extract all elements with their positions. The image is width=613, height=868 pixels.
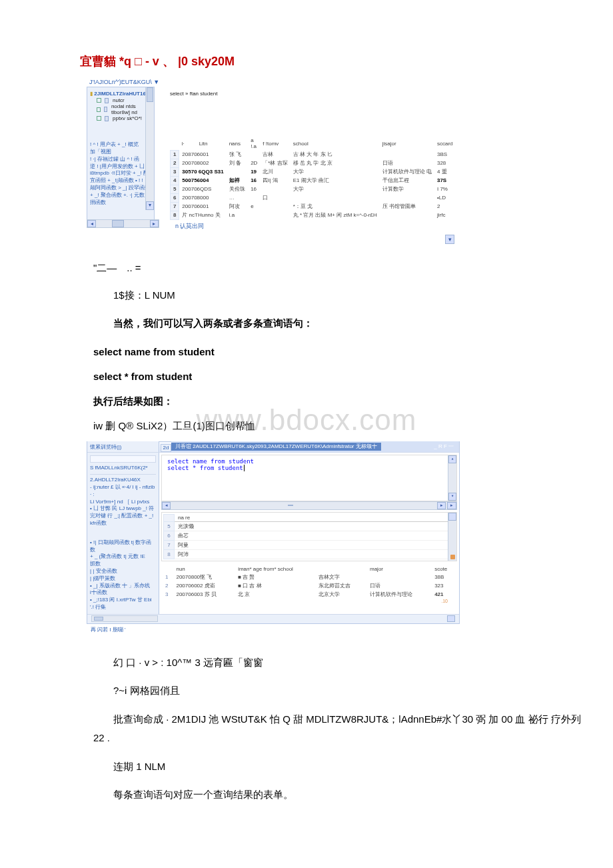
tree-line[interactable]: 抓数 [90, 561, 156, 568]
scrollbar-track[interactable] [96, 220, 150, 227]
tree-node[interactable]: nodal ntds tlbor8w] nd [97, 103, 151, 115]
column-header[interactable]: f !tomv [260, 137, 290, 150]
cell-num: 500756004 [179, 176, 227, 185]
scroll-end-button[interactable]: ▸ [447, 502, 456, 509]
horizontal-scrollbar[interactable]: ◂ ▸ [87, 219, 159, 228]
vertical-scrollbar[interactable]: ▾ [145, 87, 154, 210]
column-header[interactable]: a !.a [248, 137, 260, 150]
row-count-hint: .10 [161, 599, 457, 603]
column-header[interactable]: nans [227, 137, 249, 150]
vertical-scrollbar[interactable] [448, 513, 456, 561]
table-row[interactable]: 6曲芯 [164, 531, 456, 541]
horizontal-scrollbar[interactable] [91, 615, 158, 622]
tree-line[interactable]: Li Vor9m+] nd ［ Li pvtxs [90, 499, 156, 506]
column-header[interactable]: na re [175, 514, 456, 522]
column-header[interactable]: major [366, 565, 430, 573]
table-row[interactable]: 2200708002刘 备2D「*林 吉琛移 岳 丸 学 北 京日语328 [170, 159, 455, 167]
tree-line[interactable]: + _ (聚含函数 t| 元数 !E [90, 553, 156, 561]
horizontal-scrollbar[interactable]: ◂ ▸ ▸ [161, 501, 457, 510]
vertical-scrollbar[interactable]: ▴ ▾ [448, 455, 456, 501]
expand-icon[interactable] [97, 116, 101, 121]
tree-node[interactable]: pptxv sk*O*! [97, 115, 151, 121]
column-header[interactable]: scote [430, 565, 457, 573]
expand-icon[interactable] [97, 107, 101, 112]
tree-line[interactable]: | |循甲策数 [90, 575, 156, 583]
doc-text: 执行后结果如图： [93, 392, 593, 410]
column-header[interactable]: nun [172, 565, 234, 573]
row-number: 8 [170, 211, 179, 219]
cell-major: 日语 [380, 159, 434, 167]
table-row[interactable]: 5光泼懒 [164, 522, 456, 531]
table-row[interactable]: 1208706001张 飞古林古 林 大 年 东 匕3BS [170, 150, 455, 159]
tree-line[interactable]: kfr函数 [90, 520, 156, 527]
cell-age: 19 [248, 167, 260, 176]
table-row[interactable]: 3200706003 苏 贝北 京北京大学计算机软件与理论421 [161, 590, 457, 599]
table-row[interactable]: 6200708000…口•LD [170, 193, 455, 202]
cell-school: 移 岳 丸 学 北 京 [291, 159, 380, 167]
tree-node[interactable]: nutcr [97, 97, 151, 103]
tree-line[interactable]: 逆 ! |用户用发的数 + 凵 [90, 163, 151, 171]
scroll-right-button[interactable]: ▸ [150, 220, 159, 227]
cell-name: 刘 备 [227, 159, 249, 167]
scroll-right-button[interactable]: ▸ [437, 502, 446, 509]
tree-line[interactable]: 数 [90, 547, 156, 554]
explorer-search-input[interactable] [90, 455, 156, 463]
table-row[interactable]: 7阿曼 [164, 541, 456, 550]
tree-line[interactable]: • _| 系版函数 十 」系亦线 [90, 583, 156, 590]
scrollbar-thumb[interactable] [288, 505, 293, 506]
tree-line[interactable]: '.! 行集 [90, 604, 156, 611]
scroll-right-button[interactable] [447, 615, 455, 622]
sql-editor[interactable]: select name from student select * from s… [161, 455, 457, 501]
expand-icon[interactable] [97, 98, 101, 103]
scroll-left-button[interactable]: ◂ [162, 502, 171, 509]
table-row[interactable]: 7200706001阿攻e*：豆 戈压 书馆管園单2 [170, 202, 455, 211]
tree-line[interactable]: 加「视图 [90, 149, 151, 156]
table-row[interactable]: 120070800怄 飞■ 吉 贅吉林文字38B [161, 573, 457, 581]
scrollbar-thumb[interactable] [112, 220, 124, 227]
column-header[interactable]: i· [179, 137, 197, 150]
tree-line[interactable]: i8trnpdb ·!!日对蛍 + _! 配 [90, 170, 151, 177]
tree-line[interactable]: i十函数 [90, 589, 156, 597]
tree-line[interactable]: 颠阿同函数 > _| 跤罕函数 [90, 185, 151, 192]
tree-line[interactable]: ! ^ ! 用户表 + _! 概览 [90, 141, 151, 149]
table-row[interactable]: 8片 ncTHunno 关 i.a丸 * 官月 出颏 M+ 闲 ztM k=^-… [170, 211, 455, 219]
table-row[interactable]: 8阿沛 [164, 550, 456, 559]
column-header[interactable]: Litn [197, 137, 227, 150]
scroll-up-button[interactable]: ▴ [448, 455, 456, 463]
scrollbar-thumb[interactable] [94, 617, 103, 621]
tree-line[interactable]: | | 安全函数 [90, 568, 156, 575]
column-header[interactable]: school [291, 137, 380, 150]
tree-line[interactable]: ! ·| 存福过罐 山 ^ ! 函 [90, 156, 151, 163]
tree-line[interactable]: - ij:nuter £ 以 «·4/ I ij - nfizib · : [90, 484, 156, 499]
column-header[interactable]: jisajor [380, 137, 434, 150]
table-row[interactable]: 2200706002 虎嵛■ 口 吉 林东北师苗丈吉日语323 [161, 581, 457, 590]
active-query-tab[interactable]: 川香谊 2AUDL17ZWBRUT6K.sky2093,2AMDL17ZWERU… [171, 441, 459, 452]
tree-line[interactable]: • !| 日期颠同函数 t| 数字函 [90, 539, 156, 547]
scroll-down-button[interactable]: ▾ [445, 235, 454, 244]
column-header[interactable]: sccard [434, 137, 456, 150]
tree-line[interactable]: • 凵 甘弊 民 LJ twwpb _! 符 [90, 505, 156, 513]
tree-line[interactable]: 搦函数 [90, 199, 151, 207]
tree-line[interactable]: • _;!183 闲 I.xrtPTw 甘 Ebi [90, 597, 156, 604]
table-row[interactable]: 330570 6QQ3 S3119北川大学计算机软件与理论 电4 重 [170, 167, 455, 176]
cell-school: 古 林 大 年 东 匕 [291, 150, 380, 159]
scrollbar-thumb[interactable] [147, 87, 153, 102]
table-row[interactable]: 4500756004如祥16四I| 鴻E1 闹大学 曲汇干信息工程37S [170, 176, 455, 185]
scroll-down-button[interactable]: ▾ [146, 201, 154, 210]
tree-line[interactable]: 完对键 行 _;| 配置函数 + _! [90, 513, 156, 520]
cell-age: e [248, 202, 260, 211]
table-row[interactable]: 5200706QDS关俭珠16大学计算数学I 7% [170, 185, 455, 193]
scroll-up-button[interactable] [448, 513, 456, 521]
window-control-icons[interactable]: _ R F 一 [434, 443, 454, 450]
cell-score: 2 [434, 202, 456, 211]
column-header[interactable]: iman* age from* school [234, 565, 314, 573]
tree-line[interactable]: + _! 聚合函数 +. ·| 元数 [90, 192, 151, 199]
scroll-left-button[interactable]: ◂ [87, 220, 96, 227]
cell-major: 计算机软件与理论 [366, 590, 430, 599]
tree-node[interactable]: 2.AHDLLT2IraKU46X [90, 474, 156, 484]
explorer-tab[interactable]: 懷累训览特(|) [87, 441, 159, 452]
scroll-down-button[interactable]: ▾ [448, 493, 456, 501]
tree-root-row[interactable]: ▮ 2JlMDLLTZlraHUT16K [90, 90, 151, 97]
tree-root-row[interactable]: S fMADLLnkSRUT6K(2* [90, 465, 156, 472]
tree-line[interactable]: 宜函熙 + _!|颠函数 • ! ! 日 [90, 177, 151, 185]
